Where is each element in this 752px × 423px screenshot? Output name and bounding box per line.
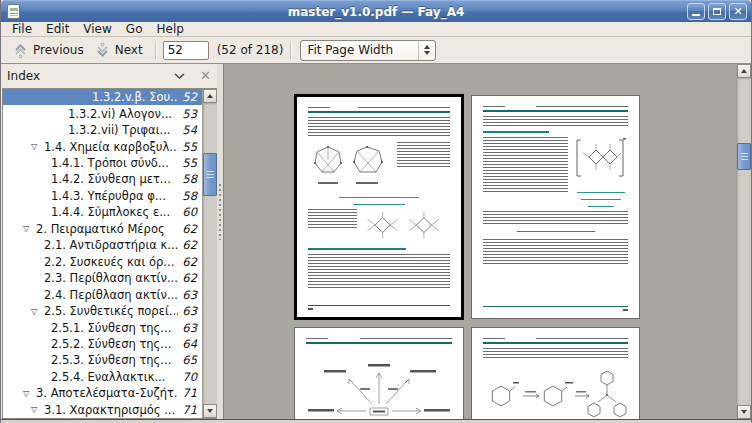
toc-item[interactable]: ▽1.4. Χημεία καρβοξυλ...55 (3, 138, 202, 154)
toc-item[interactable]: 2.5.3. Σύνθεση της...65 (3, 352, 202, 368)
sidebar-mode-select[interactable]: Index (7, 69, 173, 83)
sidebar: Index ✕ 1.3.2.v.β. Σου...521.3.2.vi) Αλο… (1, 64, 217, 419)
toc-item-label: 2.5. Συνθετικές πορεί... (44, 304, 178, 318)
toc-item-page: 62 (178, 238, 202, 252)
toolbar-separator (155, 41, 156, 59)
chevron-down-icon[interactable] (173, 72, 186, 80)
scroll-down-button[interactable] (737, 405, 751, 419)
scroll-up-button[interactable] (737, 64, 751, 78)
scroll-down-button[interactable] (203, 404, 217, 418)
toc-item[interactable]: 1.3.2.vi) Αλογον...53 (3, 105, 202, 121)
toc-item[interactable]: 2.5.2. Σύνθεση της...64 (3, 336, 202, 352)
maximize-icon (713, 8, 721, 15)
toc-item[interactable]: 1.3.2.v.β. Σου...52 (3, 89, 202, 105)
menu-edit[interactable]: Edit (39, 22, 76, 36)
toc-item[interactable]: 2.4. Περίθλαση ακτίν...63 (3, 286, 202, 302)
toc-item-page: 55 (178, 156, 202, 170)
page-thumbnail-54[interactable] (294, 327, 464, 419)
minimize-icon (692, 14, 700, 16)
toc-item[interactable]: 2.5.1. Σύνθεση της...63 (3, 319, 202, 335)
toc-item-page: 63 (178, 321, 202, 335)
toc-item[interactable]: 1.4.4. Σύμπλοκες ε...60 (3, 204, 202, 220)
toc-item-label: 1.4.3. Υπέρυθρα φ... (51, 189, 178, 203)
expander-icon[interactable]: ▽ (23, 224, 36, 233)
toc-item[interactable]: ▽3. Αποτελέσματα-Συζήτ...71 (3, 385, 202, 401)
maximize-button[interactable] (708, 3, 726, 20)
toc-item-page: 63 (178, 304, 202, 318)
close-icon: ✕ (730, 5, 746, 19)
sidebar-close-button[interactable]: ✕ (200, 70, 211, 82)
application-window: master_v1.0.pdf — Fay_A4 ✕ File Edit Vie… (0, 0, 752, 423)
toc-item-label: 2.5.4. Εναλλακτικ... (51, 370, 178, 384)
toc-item-label: 1.3.2.vi) Αλογον... (68, 107, 178, 121)
toc-item-page: 63 (178, 288, 202, 302)
expander-icon[interactable]: ▽ (31, 142, 44, 151)
sidebar-header: Index ✕ (1, 64, 217, 88)
titlebar[interactable]: master_v1.0.pdf — Fay_A4 ✕ (1, 0, 751, 22)
zoom-level-select[interactable]: Fit Page Width (300, 40, 436, 61)
figure-cage-structures (308, 142, 390, 188)
menubar: File Edit View Go Help (1, 22, 751, 37)
toc-item-label: 2.3. Περίθλαση ακτίν... (44, 271, 178, 285)
toc-item-label: 2.1. Αντιδραστήρια κ... (44, 238, 178, 252)
page-thumbnail-55[interactable] (471, 327, 640, 419)
toc-item[interactable]: 2.5.4. Εναλλακτικ...70 (3, 369, 202, 385)
previous-page-button[interactable]: Previous (7, 40, 89, 61)
toc-item-label: 1.4.4. Σύμπλοκες ε... (51, 205, 178, 219)
toc-item-page: 52 (178, 90, 202, 104)
expander-icon[interactable]: ▽ (23, 389, 36, 398)
scroll-up-button[interactable] (203, 89, 217, 103)
menu-help[interactable]: Help (149, 22, 190, 36)
toc-item[interactable]: 1.4.1. Τρόποι σύνδ...55 (3, 155, 202, 171)
toc-item-page: 53 (178, 107, 202, 121)
toc-item-page: 60 (178, 205, 202, 219)
figure-anion-structure (574, 137, 626, 179)
next-page-button[interactable]: Next (89, 40, 148, 61)
sidebar-scrollbar[interactable] (202, 89, 217, 418)
expander-icon[interactable]: ▽ (31, 307, 44, 316)
page-thumbnail-53[interactable] (471, 95, 640, 319)
toc-item[interactable]: 2.2. Συσκευές και όρ...62 (3, 254, 202, 270)
scroll-track[interactable] (203, 103, 217, 404)
scroll-thumb[interactable] (737, 143, 751, 170)
figure-caption (574, 186, 628, 207)
toc-item[interactable]: ▽2. Πειραματικό Μέρος62 (3, 221, 202, 237)
content-area: Index ✕ 1.3.2.v.β. Σου...521.3.2.vi) Αλο… (1, 64, 751, 419)
toc-item[interactable]: 1.4.2. Σύνθεση μετ...58 (3, 171, 202, 187)
next-label: Next (115, 43, 143, 57)
page-number-input[interactable] (163, 41, 209, 60)
toc-item[interactable]: 2.1. Αντιδραστήρια κ...62 (3, 237, 202, 253)
scroll-thumb[interactable] (203, 153, 217, 196)
toc-item-page: 62 (178, 255, 202, 269)
toc-item[interactable]: 1.4.3. Υπέρυθρα φ...58 (3, 188, 202, 204)
toolbar-separator (290, 41, 291, 59)
toc-item-label: 2. Πειραματικό Μέρος (36, 222, 178, 236)
main-scrollbar[interactable] (736, 64, 751, 419)
page-count-label: (52 of 218) (217, 43, 284, 57)
go-up-icon (12, 42, 29, 59)
pages-canvas[interactable] (224, 64, 736, 419)
expander-icon[interactable]: ▽ (31, 405, 44, 414)
toc-item[interactable]: ▽2.5. Συνθετικές πορεί...63 (3, 303, 202, 319)
toc-item-label: 1.3.2.vii) Τριφαι... (68, 123, 178, 137)
toc-item-label: 3.1. Χαρακτηρισμός ... (44, 403, 178, 417)
figure-dimer-structures (362, 209, 450, 243)
window-title: master_v1.0.pdf — Fay_A4 (1, 5, 751, 19)
close-button[interactable]: ✕ (729, 3, 747, 20)
toc-item-page: 65 (178, 353, 202, 367)
figure-caption (308, 191, 450, 205)
toc-item-label: 1.4. Χημεία καρβοξυλ... (44, 140, 178, 154)
toc-item-page: 64 (178, 337, 202, 351)
toc-item[interactable]: 2.3. Περίθλαση ακτίν...62 (3, 270, 202, 286)
pane-splitter[interactable] (217, 64, 223, 419)
document-viewer (223, 64, 751, 419)
menu-file[interactable]: File (5, 22, 39, 36)
page-thumbnail-52[interactable] (294, 94, 464, 320)
toc-item[interactable]: 1.3.2.vii) Τριφαι...54 (3, 122, 202, 138)
menu-go[interactable]: Go (119, 22, 150, 36)
menu-view[interactable]: View (76, 22, 118, 36)
minimize-button[interactable] (687, 3, 705, 20)
scroll-track[interactable] (737, 78, 751, 405)
subsection-heading (483, 131, 549, 133)
toc-item[interactable]: ▽3.1. Χαρακτηρισμός ...71 (3, 402, 202, 418)
